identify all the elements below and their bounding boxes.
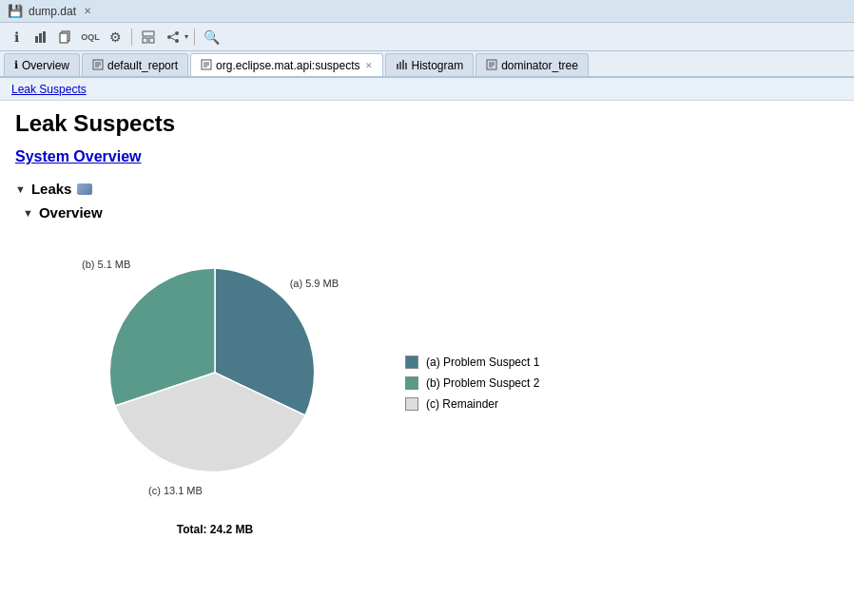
legend-color-c [405,397,418,411]
legend-item-b: (b) Problem Suspect 2 [405,376,539,390]
page-title: Leak Suspects [15,110,839,137]
breadcrumb-link[interactable]: Leak Suspects [11,83,87,96]
tab-suspects-label: org.eclipse.mat.api:suspects [216,59,359,72]
svg-point-8 [167,35,171,39]
histogram-toolbar-button[interactable] [30,27,51,48]
leaks-section-icon [77,183,92,195]
content-area: Leak Suspects Leak Suspects System Overv… [0,78,854,616]
svg-rect-4 [60,33,68,43]
legend-label-b: (b) Problem Suspect 2 [426,376,539,390]
legend-item-c: (c) Remainder [405,397,539,411]
tab-default-report[interactable]: default_report [82,53,188,76]
svg-rect-21 [397,64,398,69]
overview-section-header[interactable]: ▼ Overview [23,204,839,221]
svg-rect-24 [405,63,407,69]
export-button[interactable] [163,27,184,48]
copy-button[interactable] [55,27,76,48]
svg-point-10 [175,39,179,43]
oql-button[interactable]: OQL [80,27,101,48]
main-content: Leak Suspects System Overview ▼ Leaks ▼ … [0,101,854,555]
search-button[interactable]: 🔍 [201,27,222,48]
svg-rect-22 [399,62,401,69]
tab-suspects-icon [201,59,212,72]
svg-line-12 [171,38,175,40]
title-bar-icon: 💾 [8,4,23,18]
tab-default-report-icon [92,59,104,72]
svg-rect-23 [402,60,404,69]
svg-line-11 [171,34,175,36]
title-bar: 💾 dump.dat ✕ [0,0,854,23]
toolbar-separator-1 [131,29,132,46]
gear-button[interactable]: ⚙ [105,27,126,48]
tab-overview[interactable]: ℹ Overview [4,53,80,76]
info-button[interactable]: ℹ [6,27,27,48]
system-overview-link[interactable]: System Overview [15,148,839,165]
tab-overview-icon: ℹ [14,59,18,71]
tab-default-report-label: default_report [107,59,178,72]
pie-chart-svg [91,249,339,496]
svg-rect-0 [35,36,38,43]
title-bar-close[interactable]: ✕ [84,6,91,16]
tab-overview-label: Overview [22,59,69,72]
leaks-section-label: Leaks [31,181,72,197]
svg-rect-7 [149,38,154,43]
chart-total-label: Total: 24.2 MB [177,523,253,536]
tab-suspects[interactable]: org.eclipse.mat.api:suspects ✕ [190,53,383,76]
title-bar-filename: dump.dat [29,5,76,18]
export-dropdown[interactable]: ▾ [163,27,188,48]
leaks-section-header[interactable]: ▼ Leaks [15,181,839,197]
legend-label-a: (a) Problem Suspect 1 [426,356,539,369]
breadcrumb: Leak Suspects [0,78,854,101]
pie-chart-wrapper: (b) 5.1 MB (a) 5.9 MB (c) 13.1 MB [72,230,358,536]
tab-histogram-icon [396,59,407,72]
svg-rect-6 [143,38,147,43]
tab-dominator-tree[interactable]: dominator_tree [476,53,589,76]
tab-dominator-tree-label: dominator_tree [501,59,578,72]
tab-histogram[interactable]: Histogram [385,53,474,76]
svg-point-9 [175,31,179,35]
tab-suspects-close[interactable]: ✕ [365,61,373,70]
toolbar-separator-2 [194,29,195,46]
tab-dominator-tree-icon [486,59,497,72]
legend-label-c: (c) Remainder [426,397,498,411]
legend-item-a: (a) Problem Suspect 1 [405,356,539,369]
overview-section-label: Overview [39,204,103,221]
chart-container: (b) 5.1 MB (a) 5.9 MB (c) 13.1 MB [72,230,839,536]
tab-histogram-label: Histogram [411,59,463,72]
tabs-bar: ℹ Overview default_report org.eclipse.ma… [0,51,854,78]
export-dropdown-arrow[interactable]: ▾ [184,32,188,41]
leaks-toggle[interactable]: ▼ [15,183,26,195]
svg-rect-5 [143,31,154,36]
legend-color-b [405,376,418,390]
layout-button[interactable] [138,27,159,48]
svg-rect-2 [43,31,46,43]
toolbar: ℹ OQL ⚙ ▾ 🔍 [0,23,854,51]
svg-rect-1 [39,33,42,43]
chart-legend: (a) Problem Suspect 1 (b) Problem Suspec… [405,356,539,411]
overview-toggle[interactable]: ▼ [23,207,33,219]
legend-color-a [405,356,418,369]
